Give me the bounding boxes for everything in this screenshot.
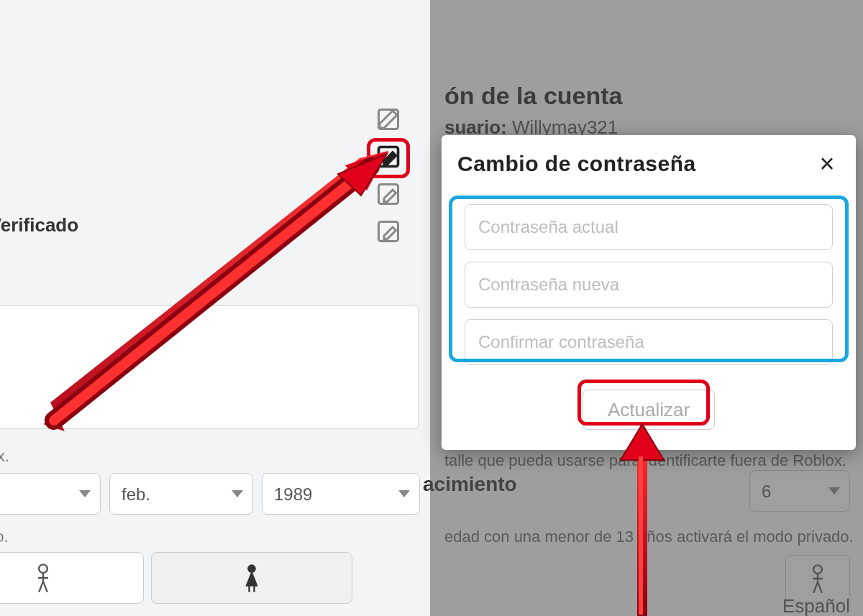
- email-row: nail.com ✓ Verificado: [0, 214, 78, 236]
- password-fields-group: [457, 197, 840, 372]
- close-icon: ×: [819, 149, 834, 178]
- edit-icon[interactable]: [375, 106, 401, 132]
- dob-year-select[interactable]: 1989: [262, 473, 420, 515]
- gender-female-button[interactable]: [151, 552, 352, 604]
- modal-actions: Actualizar: [457, 390, 840, 430]
- roblox-note: e Roblox.: [0, 447, 9, 466]
- edit-icon[interactable]: [375, 219, 401, 244]
- gender-male-button[interactable]: [0, 552, 144, 604]
- edit-icons-column: [375, 106, 401, 244]
- edit-password-icon[interactable]: [375, 144, 401, 170]
- modal-title: Cambio de contraseña: [457, 152, 696, 176]
- verified-label: Verificado: [0, 214, 78, 236]
- dob-row: 5 feb. 1989: [0, 473, 420, 515]
- current-password-input[interactable]: [465, 204, 833, 250]
- settings-panel-left: o nail.com ✓ Verificado e Roblox. 5 feb.…: [0, 0, 430, 616]
- confirm-password-input[interactable]: [465, 319, 833, 365]
- private-mode-note: › privado.: [0, 528, 9, 546]
- change-password-modal: Cambio de contraseña × Actualizar: [442, 135, 856, 450]
- edit-icon[interactable]: [375, 181, 401, 207]
- settings-panel-right: ón de la cuenta suario: Willymay321 tall…: [430, 0, 863, 616]
- modal-header: Cambio de contraseña ×: [457, 151, 840, 177]
- new-password-input[interactable]: [465, 262, 833, 308]
- male-icon: [33, 564, 53, 592]
- left-content: o nail.com ✓ Verificado e Roblox. 5 feb.…: [0, 0, 430, 616]
- modal-close-button[interactable]: ×: [814, 151, 840, 177]
- dob-month-select[interactable]: feb.: [109, 473, 253, 515]
- update-password-button[interactable]: Actualizar: [583, 390, 715, 430]
- svg-point-0: [39, 564, 47, 573]
- gender-row: [0, 552, 352, 604]
- bio-textarea[interactable]: [0, 305, 419, 429]
- dob-day-select[interactable]: 5: [0, 473, 101, 515]
- female-icon: [242, 564, 262, 592]
